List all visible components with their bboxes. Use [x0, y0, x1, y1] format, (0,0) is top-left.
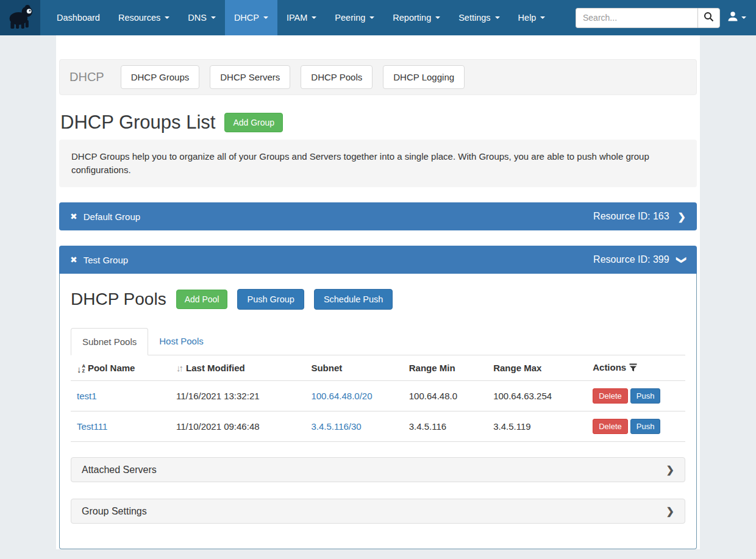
- accordion-label: Group Settings: [82, 506, 147, 517]
- group-header-right: Resource ID: 399 ❯: [593, 254, 686, 266]
- column-header-subnet[interactable]: Subnet: [305, 355, 402, 381]
- dhcp-pools-button[interactable]: DHCP Pools: [301, 65, 373, 89]
- caret-down-icon: [312, 16, 316, 19]
- caret-down-icon: [369, 16, 374, 19]
- pools-table: ↓AZPool Name ↓↑Last Modified Subnet Rang…: [71, 355, 685, 442]
- nav-label: Dashboard: [57, 13, 100, 23]
- table-row: Test111 11/10/2021 09:46:48 3.4.5.116/30…: [71, 411, 685, 442]
- caret-down-icon: [435, 16, 440, 19]
- range-min-cell: 3.4.5.116: [403, 411, 487, 442]
- section-title: DHCP: [70, 70, 104, 84]
- group-name: Test Group: [84, 255, 128, 265]
- navbar-right: [576, 0, 756, 35]
- column-label: Range Max: [493, 363, 541, 373]
- nav-label: Peering: [335, 13, 365, 23]
- delete-group-icon[interactable]: ✖: [70, 255, 77, 265]
- nav-label: IPAM: [287, 13, 307, 23]
- nav-item-dashboard[interactable]: Dashboard: [48, 0, 109, 35]
- accordion-label: Attached Servers: [82, 465, 157, 475]
- range-max-cell: 100.64.63.254: [487, 381, 587, 411]
- push-button[interactable]: Push: [630, 419, 661, 434]
- nav-item-dns[interactable]: DNS: [179, 0, 225, 35]
- push-button[interactable]: Push: [630, 388, 661, 404]
- column-header-actions: Actions: [587, 355, 685, 381]
- attached-servers-accordion[interactable]: Attached Servers ❯: [71, 457, 685, 482]
- nav-label: Help: [518, 13, 537, 23]
- chevron-right-icon[interactable]: ❯: [678, 211, 686, 223]
- caret-down-icon: [540, 16, 545, 19]
- column-label: Subnet: [311, 363, 342, 373]
- test-group-panel: DHCP Pools Add Pool Push Group Schedule …: [59, 274, 697, 549]
- delete-button[interactable]: Delete: [593, 419, 628, 434]
- nav-item-resources[interactable]: Resources: [109, 0, 179, 35]
- search-input[interactable]: [576, 8, 697, 28]
- delete-button[interactable]: Delete: [593, 388, 628, 404]
- pool-name-link[interactable]: Test111: [77, 421, 107, 432]
- pool-name-link[interactable]: test1: [77, 391, 97, 401]
- caret-down-icon: [741, 16, 746, 19]
- sort-alpha-asc-icon[interactable]: ↓AZ: [77, 364, 85, 374]
- group-header-default-group[interactable]: ✖ Default Group Resource ID: 163 ❯: [59, 202, 697, 230]
- range-max-cell: 3.4.5.119: [487, 411, 587, 442]
- dhcp-groups-button[interactable]: DHCP Groups: [121, 65, 200, 89]
- column-label: Pool Name: [88, 363, 135, 373]
- search-button[interactable]: [697, 8, 720, 28]
- tab-host-pools[interactable]: Host Pools: [148, 328, 215, 355]
- pools-head: DHCP Pools Add Pool Push Group Schedule …: [71, 289, 685, 310]
- sort-arrow: ↓: [77, 365, 82, 374]
- column-label: Last Modified: [186, 363, 245, 373]
- page-head: DHCP Groups List Add Group: [59, 112, 697, 134]
- column-label: Actions: [593, 362, 626, 372]
- nav-label: DHCP: [234, 13, 259, 23]
- pools-title: DHCP Pools: [71, 290, 166, 309]
- table-row: test1 11/16/2021 13:32:21 100.64.48.0/20…: [71, 381, 685, 411]
- app-logo[interactable]: [0, 0, 40, 35]
- chevron-down-icon[interactable]: ❯: [676, 256, 688, 264]
- column-header-range-max[interactable]: Range Max: [487, 355, 587, 381]
- nav-item-reporting[interactable]: Reporting: [383, 0, 449, 35]
- panda-logo-icon: [4, 2, 36, 33]
- dhcp-servers-button[interactable]: DHCP Servers: [210, 65, 290, 89]
- add-pool-button[interactable]: Add Pool: [176, 290, 228, 309]
- search-icon: [704, 12, 714, 24]
- dhcp-section-bar: DHCP DHCP Groups DHCP Servers DHCP Pools…: [59, 59, 697, 95]
- caret-down-icon: [263, 16, 268, 19]
- schedule-push-button[interactable]: Schedule Push: [314, 289, 393, 310]
- nav-item-ipam[interactable]: IPAM: [277, 0, 326, 35]
- caret-down-icon: [165, 16, 169, 19]
- nav-label: Resources: [118, 13, 160, 23]
- sort-letter-z: Z: [82, 369, 85, 374]
- subnet-link[interactable]: 3.4.5.116/30: [311, 421, 361, 432]
- group-settings-accordion[interactable]: Group Settings ❯: [71, 499, 685, 524]
- column-header-range-min[interactable]: Range Min: [403, 355, 487, 381]
- nav-label: DNS: [188, 13, 207, 23]
- add-group-button[interactable]: Add Group: [224, 113, 283, 132]
- caret-down-icon: [495, 16, 500, 19]
- subnet-link[interactable]: 100.64.48.0/20: [311, 391, 372, 401]
- user-icon: [727, 11, 738, 24]
- page-title: DHCP Groups List: [60, 112, 215, 134]
- column-label: Range Min: [409, 363, 455, 373]
- dhcp-logging-button[interactable]: DHCP Logging: [383, 65, 465, 89]
- delete-group-icon[interactable]: ✖: [70, 212, 77, 221]
- user-menu[interactable]: [727, 11, 746, 24]
- group-header-right: Resource ID: 163 ❯: [593, 211, 686, 223]
- chevron-right-icon: ❯: [666, 464, 674, 475]
- tab-subnet-pools[interactable]: Subnet Pools: [71, 328, 148, 355]
- nav-item-settings[interactable]: Settings: [449, 0, 508, 35]
- column-header-last-modified[interactable]: ↓↑Last Modified: [170, 355, 305, 381]
- table-header-row: ↓AZPool Name ↓↑Last Modified Subnet Rang…: [71, 355, 685, 381]
- sort-icon[interactable]: ↓↑: [176, 363, 182, 373]
- search-group: [576, 8, 720, 28]
- column-header-pool-name[interactable]: ↓AZPool Name: [71, 355, 170, 381]
- nav-item-dhcp[interactable]: DHCP: [225, 0, 277, 35]
- group-name: Default Group: [84, 212, 140, 222]
- nav-item-peering[interactable]: Peering: [326, 0, 383, 35]
- filter-icon[interactable]: [629, 363, 637, 374]
- nav-item-help[interactable]: Help: [509, 0, 555, 35]
- top-navbar: Dashboard Resources DNS DHCP IPAM Peerin…: [0, 0, 756, 35]
- push-group-button[interactable]: Push Group: [237, 289, 304, 310]
- main-nav: Dashboard Resources DNS DHCP IPAM Peerin…: [48, 0, 554, 35]
- group-header-test-group[interactable]: ✖ Test Group Resource ID: 399 ❯: [59, 246, 697, 274]
- nav-label: Reporting: [393, 13, 431, 23]
